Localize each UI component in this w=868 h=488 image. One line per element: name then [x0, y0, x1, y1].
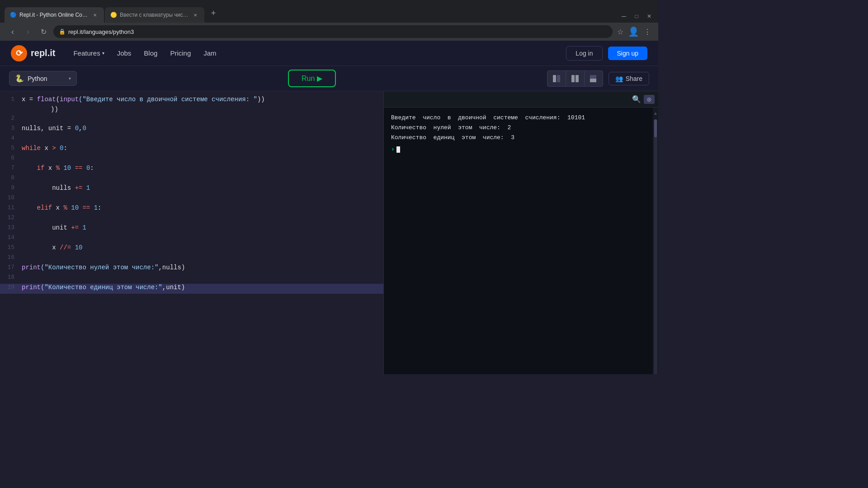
- code-line-19: 19 print("Количество единиц этом числе:"…: [0, 284, 383, 294]
- code-line-18: 18: [0, 274, 383, 284]
- code-line-1: 1 x = float(input("Введите число в двоич…: [0, 95, 383, 105]
- code-line-10: 10: [0, 194, 383, 204]
- code-editor[interactable]: 1 x = float(input("Введите число в двоич…: [0, 91, 383, 374]
- share-button[interactable]: 👥 Share: [609, 72, 649, 85]
- nav-jobs[interactable]: Jobs: [117, 49, 132, 57]
- console-prompt[interactable]: ›: [391, 145, 651, 155]
- line-content-1: x = float(input("Введите число в двоично…: [22, 95, 265, 103]
- scroll-track[interactable]: [654, 119, 657, 374]
- address-input-area[interactable]: 🔒 repl.it/languages/python3: [53, 25, 613, 38]
- prompt-symbol: ›: [391, 145, 395, 155]
- console-output-line-1: Введите число в двоичной системе счислен…: [391, 113, 651, 123]
- code-line-6: 6: [0, 155, 383, 164]
- signup-button[interactable]: Sign up: [608, 47, 647, 60]
- login-button[interactable]: Log in: [566, 46, 602, 61]
- code-line-5: 5 while x > 0:: [0, 145, 383, 155]
- code-line-7: 7 if x % 10 == 0:: [0, 164, 383, 174]
- line-content-1b: )): [22, 105, 58, 113]
- console-output-line-3: Количество единиц этом числе: 3: [391, 133, 651, 143]
- code-line-9: 9 nulls += 1: [0, 184, 383, 194]
- browser-tab-2[interactable]: 🟡 Ввести с клавиатуры число в д... ✕: [105, 7, 204, 23]
- logo-text: repl.it: [31, 48, 55, 58]
- view-controls: [547, 70, 603, 87]
- console-toolbar: 🔍 ⊗: [384, 91, 658, 108]
- tab2-close[interactable]: ✕: [192, 11, 199, 19]
- console-output: Введите число в двоичной системе счислен…: [384, 108, 658, 374]
- code-line-14: 14: [0, 234, 383, 244]
- address-text: repl.it/languages/python3: [68, 28, 134, 35]
- code-line-4: 4: [0, 135, 383, 145]
- svg-rect-2: [571, 75, 575, 82]
- lock-icon: 🔒: [59, 28, 66, 35]
- layout-console-icon: [589, 74, 598, 83]
- tab1-favicon: 🔵: [10, 12, 17, 18]
- view-split-button[interactable]: [566, 70, 584, 87]
- features-chevron: ▾: [102, 51, 104, 56]
- close-button[interactable]: ✕: [645, 12, 654, 21]
- run-button[interactable]: Run ▶: [288, 70, 336, 87]
- code-line-8: 8: [0, 174, 383, 184]
- scroll-thumb[interactable]: [654, 119, 657, 137]
- svg-rect-3: [576, 75, 579, 82]
- code-line-15: 15 x //= 10: [0, 244, 383, 254]
- nav-features[interactable]: Features ▾: [73, 49, 104, 57]
- code-line-12: 12: [0, 214, 383, 224]
- account-icon[interactable]: 👤: [628, 26, 639, 37]
- view-right-button[interactable]: [584, 70, 603, 87]
- code-line-2: 2: [0, 115, 383, 125]
- layout-left-icon: [552, 74, 561, 83]
- logo[interactable]: ⟳ repl.it: [11, 45, 55, 61]
- editor-toolbar: 🐍 Python ▾ Run ▶ 👥 Share: [0, 66, 658, 91]
- search-icon[interactable]: 🔍: [631, 95, 642, 103]
- code-line-13: 13 unit += 1: [0, 224, 383, 234]
- view-left-button[interactable]: [547, 70, 566, 87]
- tab2-favicon: 🟡: [110, 12, 117, 18]
- bookmark-icon[interactable]: ☆: [617, 28, 623, 36]
- minimize-button[interactable]: ─: [619, 12, 628, 21]
- app-header: ⟳ repl.it Features ▾ Jobs Blog Pricing J…: [0, 41, 658, 66]
- logo-icon: ⟳: [11, 45, 27, 61]
- svg-rect-1: [557, 75, 560, 82]
- maximize-button[interactable]: □: [632, 12, 641, 21]
- menu-icon[interactable]: ⋮: [644, 28, 651, 36]
- language-label: Python: [28, 75, 47, 82]
- refresh-button[interactable]: ↻: [38, 28, 49, 36]
- console-panel: 🔍 ⊗ Введите число в двоичной системе счи…: [383, 91, 658, 374]
- scrollbar[interactable]: ▲ ▼: [653, 108, 658, 374]
- svg-rect-5: [590, 79, 596, 82]
- python-icon: 🐍: [15, 74, 24, 83]
- code-line-17: 17 print("Количество нулей этом числе:",…: [0, 264, 383, 274]
- scroll-up-arrow[interactable]: ▲: [653, 108, 658, 117]
- new-tab-button[interactable]: +: [207, 7, 220, 19]
- browser-chrome: 🔵 Repl.it - Python Online Compiler... ✕ …: [0, 0, 658, 23]
- code-line-16: 16: [0, 254, 383, 264]
- language-selector[interactable]: 🐍 Python ▾: [9, 71, 77, 86]
- forward-button[interactable]: ›: [23, 27, 33, 37]
- clear-console-icon[interactable]: ⊗: [644, 95, 655, 104]
- editor-console-area: 1 x = float(input("Введите число в двоич…: [0, 91, 658, 374]
- line-num-1: 1: [0, 95, 22, 103]
- browser-tab-1[interactable]: 🔵 Repl.it - Python Online Compiler... ✕: [5, 7, 104, 23]
- header-right: Log in Sign up: [566, 46, 647, 61]
- share-icon: 👥: [615, 75, 623, 82]
- nav-jam[interactable]: Jam: [203, 49, 216, 57]
- code-line-3: 3 nulls, unit = 0,0: [0, 125, 383, 135]
- address-bar: ‹ › ↻ 🔒 repl.it/languages/python3 ☆ 👤 ⋮: [0, 23, 658, 41]
- console-output-line-2: Количество нулей этом числе: 2: [391, 123, 651, 133]
- code-line-1b: )): [0, 105, 383, 115]
- layout-split-icon: [571, 74, 580, 83]
- lang-dropdown-arrow: ▾: [69, 76, 71, 81]
- tab1-close[interactable]: ✕: [91, 11, 99, 19]
- back-button[interactable]: ‹: [7, 27, 18, 37]
- nav-links: Features ▾ Jobs Blog Pricing Jam: [73, 49, 216, 57]
- nav-blog[interactable]: Blog: [144, 49, 157, 57]
- cursor: [396, 146, 400, 153]
- nav-pricing[interactable]: Pricing: [170, 49, 191, 57]
- code-line-11: 11 elif x % 10 == 1:: [0, 204, 383, 214]
- svg-rect-0: [553, 75, 556, 82]
- tab1-label: Repl.it - Python Online Compiler...: [19, 12, 89, 18]
- tab2-label: Ввести с клавиатуры число в д...: [120, 12, 189, 18]
